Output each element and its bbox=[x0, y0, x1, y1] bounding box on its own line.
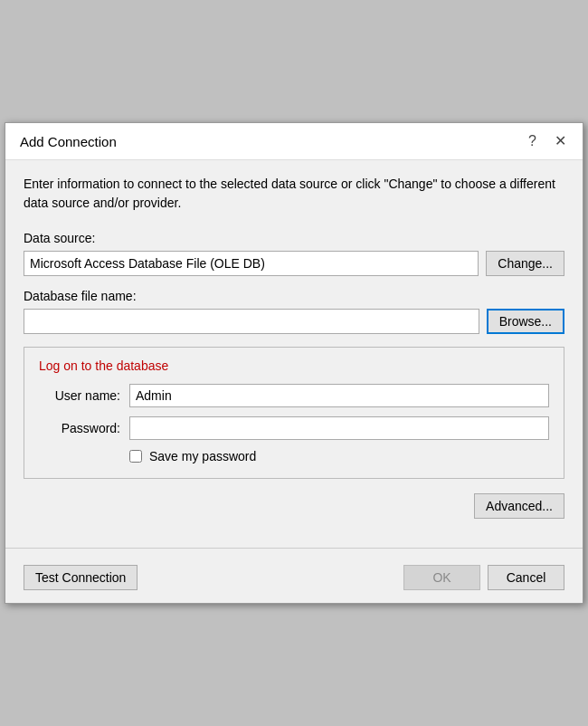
change-button[interactable]: Change... bbox=[486, 251, 564, 276]
data-source-label: Data source: bbox=[24, 231, 564, 245]
data-source-row: Change... bbox=[24, 251, 564, 276]
help-button[interactable]: ? bbox=[523, 132, 542, 150]
advanced-row: Advanced... bbox=[24, 493, 564, 519]
password-label: Password: bbox=[39, 421, 120, 435]
cancel-button[interactable]: Cancel bbox=[488, 565, 564, 590]
db-file-row: Browse... bbox=[24, 309, 564, 334]
footer-right-buttons: OK Cancel bbox=[403, 565, 564, 590]
close-button[interactable]: ✕ bbox=[549, 132, 572, 150]
username-label: User name: bbox=[39, 388, 120, 403]
password-row: Password: bbox=[39, 416, 549, 440]
password-input[interactable] bbox=[129, 416, 549, 440]
add-connection-dialog: Add Connection ? ✕ Enter information to … bbox=[5, 122, 583, 604]
db-file-label: Database file name: bbox=[24, 289, 564, 303]
username-input[interactable] bbox=[129, 384, 549, 407]
logon-group: Log on to the database User name: Passwo… bbox=[24, 347, 564, 479]
ok-button: OK bbox=[403, 565, 480, 590]
advanced-button[interactable]: Advanced... bbox=[474, 493, 564, 519]
data-source-group: Data source: Change... bbox=[24, 231, 564, 276]
intro-text: Enter information to connect to the sele… bbox=[24, 175, 564, 213]
save-password-label[interactable]: Save my password bbox=[149, 449, 256, 463]
save-password-checkbox[interactable] bbox=[129, 450, 142, 463]
test-connection-button[interactable]: Test Connection bbox=[24, 565, 138, 590]
title-bar: Add Connection ? ✕ bbox=[5, 123, 583, 160]
save-password-row: Save my password bbox=[129, 449, 549, 463]
db-file-input[interactable] bbox=[24, 309, 479, 334]
dialog-title: Add Connection bbox=[20, 134, 117, 149]
footer-divider bbox=[5, 548, 583, 549]
browse-button[interactable]: Browse... bbox=[487, 309, 564, 334]
dialog-body: Enter information to connect to the sele… bbox=[5, 160, 583, 540]
username-row: User name: bbox=[39, 384, 549, 407]
logon-title: Log on to the database bbox=[39, 358, 549, 373]
footer-row: Test Connection OK Cancel bbox=[5, 556, 583, 603]
data-source-input[interactable] bbox=[24, 251, 479, 276]
db-file-group: Database file name: Browse... bbox=[24, 289, 564, 334]
title-buttons: ? ✕ bbox=[523, 132, 572, 150]
